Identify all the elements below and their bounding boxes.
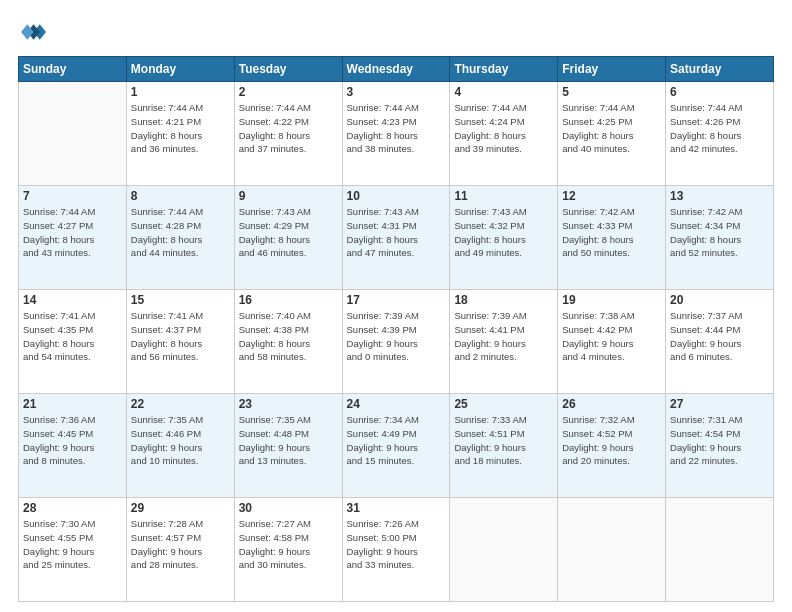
day-info: Sunrise: 7:39 AMSunset: 4:39 PMDaylight:… xyxy=(347,309,446,364)
day-number: 4 xyxy=(454,85,553,99)
calendar-week-row: 14Sunrise: 7:41 AMSunset: 4:35 PMDayligh… xyxy=(19,290,774,394)
day-info: Sunrise: 7:38 AMSunset: 4:42 PMDaylight:… xyxy=(562,309,661,364)
calendar-cell: 9Sunrise: 7:43 AMSunset: 4:29 PMDaylight… xyxy=(234,186,342,290)
page: SundayMondayTuesdayWednesdayThursdayFrid… xyxy=(0,0,792,612)
logo-icon xyxy=(18,18,46,46)
day-number: 22 xyxy=(131,397,230,411)
day-info: Sunrise: 7:43 AMSunset: 4:32 PMDaylight:… xyxy=(454,205,553,260)
day-number: 10 xyxy=(347,189,446,203)
calendar-cell: 15Sunrise: 7:41 AMSunset: 4:37 PMDayligh… xyxy=(126,290,234,394)
calendar-cell: 7Sunrise: 7:44 AMSunset: 4:27 PMDaylight… xyxy=(19,186,127,290)
calendar-table: SundayMondayTuesdayWednesdayThursdayFrid… xyxy=(18,56,774,602)
day-number: 24 xyxy=(347,397,446,411)
calendar-cell xyxy=(19,82,127,186)
calendar-cell: 12Sunrise: 7:42 AMSunset: 4:33 PMDayligh… xyxy=(558,186,666,290)
day-number: 5 xyxy=(562,85,661,99)
calendar-cell: 27Sunrise: 7:31 AMSunset: 4:54 PMDayligh… xyxy=(666,394,774,498)
calendar-cell: 21Sunrise: 7:36 AMSunset: 4:45 PMDayligh… xyxy=(19,394,127,498)
calendar-cell: 24Sunrise: 7:34 AMSunset: 4:49 PMDayligh… xyxy=(342,394,450,498)
day-info: Sunrise: 7:44 AMSunset: 4:21 PMDaylight:… xyxy=(131,101,230,156)
logo xyxy=(18,18,50,46)
calendar-cell: 17Sunrise: 7:39 AMSunset: 4:39 PMDayligh… xyxy=(342,290,450,394)
day-number: 7 xyxy=(23,189,122,203)
calendar-week-row: 28Sunrise: 7:30 AMSunset: 4:55 PMDayligh… xyxy=(19,498,774,602)
day-info: Sunrise: 7:36 AMSunset: 4:45 PMDaylight:… xyxy=(23,413,122,468)
day-info: Sunrise: 7:44 AMSunset: 4:28 PMDaylight:… xyxy=(131,205,230,260)
day-info: Sunrise: 7:41 AMSunset: 4:35 PMDaylight:… xyxy=(23,309,122,364)
day-info: Sunrise: 7:35 AMSunset: 4:46 PMDaylight:… xyxy=(131,413,230,468)
day-number: 20 xyxy=(670,293,769,307)
day-info: Sunrise: 7:43 AMSunset: 4:29 PMDaylight:… xyxy=(239,205,338,260)
calendar-cell: 14Sunrise: 7:41 AMSunset: 4:35 PMDayligh… xyxy=(19,290,127,394)
day-info: Sunrise: 7:44 AMSunset: 4:24 PMDaylight:… xyxy=(454,101,553,156)
calendar-cell: 26Sunrise: 7:32 AMSunset: 4:52 PMDayligh… xyxy=(558,394,666,498)
day-number: 26 xyxy=(562,397,661,411)
day-number: 21 xyxy=(23,397,122,411)
calendar-header-saturday: Saturday xyxy=(666,57,774,82)
calendar-cell: 10Sunrise: 7:43 AMSunset: 4:31 PMDayligh… xyxy=(342,186,450,290)
day-number: 18 xyxy=(454,293,553,307)
calendar-week-row: 1Sunrise: 7:44 AMSunset: 4:21 PMDaylight… xyxy=(19,82,774,186)
calendar-cell: 3Sunrise: 7:44 AMSunset: 4:23 PMDaylight… xyxy=(342,82,450,186)
calendar-header-tuesday: Tuesday xyxy=(234,57,342,82)
day-info: Sunrise: 7:44 AMSunset: 4:23 PMDaylight:… xyxy=(347,101,446,156)
day-info: Sunrise: 7:34 AMSunset: 4:49 PMDaylight:… xyxy=(347,413,446,468)
day-number: 11 xyxy=(454,189,553,203)
day-number: 29 xyxy=(131,501,230,515)
day-number: 3 xyxy=(347,85,446,99)
header xyxy=(18,18,774,46)
day-number: 31 xyxy=(347,501,446,515)
calendar-cell: 16Sunrise: 7:40 AMSunset: 4:38 PMDayligh… xyxy=(234,290,342,394)
day-number: 23 xyxy=(239,397,338,411)
calendar-header-row: SundayMondayTuesdayWednesdayThursdayFrid… xyxy=(19,57,774,82)
day-number: 28 xyxy=(23,501,122,515)
day-number: 1 xyxy=(131,85,230,99)
calendar-week-row: 21Sunrise: 7:36 AMSunset: 4:45 PMDayligh… xyxy=(19,394,774,498)
day-number: 27 xyxy=(670,397,769,411)
day-number: 13 xyxy=(670,189,769,203)
calendar-cell: 23Sunrise: 7:35 AMSunset: 4:48 PMDayligh… xyxy=(234,394,342,498)
calendar-header-sunday: Sunday xyxy=(19,57,127,82)
day-info: Sunrise: 7:26 AMSunset: 5:00 PMDaylight:… xyxy=(347,517,446,572)
day-info: Sunrise: 7:43 AMSunset: 4:31 PMDaylight:… xyxy=(347,205,446,260)
calendar-header-wednesday: Wednesday xyxy=(342,57,450,82)
day-info: Sunrise: 7:44 AMSunset: 4:27 PMDaylight:… xyxy=(23,205,122,260)
calendar-cell: 20Sunrise: 7:37 AMSunset: 4:44 PMDayligh… xyxy=(666,290,774,394)
calendar-cell: 28Sunrise: 7:30 AMSunset: 4:55 PMDayligh… xyxy=(19,498,127,602)
day-number: 19 xyxy=(562,293,661,307)
day-info: Sunrise: 7:42 AMSunset: 4:33 PMDaylight:… xyxy=(562,205,661,260)
day-number: 17 xyxy=(347,293,446,307)
calendar-cell xyxy=(666,498,774,602)
day-number: 30 xyxy=(239,501,338,515)
day-number: 25 xyxy=(454,397,553,411)
day-info: Sunrise: 7:44 AMSunset: 4:26 PMDaylight:… xyxy=(670,101,769,156)
day-info: Sunrise: 7:32 AMSunset: 4:52 PMDaylight:… xyxy=(562,413,661,468)
calendar-header-monday: Monday xyxy=(126,57,234,82)
day-number: 8 xyxy=(131,189,230,203)
calendar-cell: 5Sunrise: 7:44 AMSunset: 4:25 PMDaylight… xyxy=(558,82,666,186)
calendar-cell: 19Sunrise: 7:38 AMSunset: 4:42 PMDayligh… xyxy=(558,290,666,394)
calendar-cell: 25Sunrise: 7:33 AMSunset: 4:51 PMDayligh… xyxy=(450,394,558,498)
day-info: Sunrise: 7:31 AMSunset: 4:54 PMDaylight:… xyxy=(670,413,769,468)
day-number: 12 xyxy=(562,189,661,203)
calendar-cell: 18Sunrise: 7:39 AMSunset: 4:41 PMDayligh… xyxy=(450,290,558,394)
day-number: 2 xyxy=(239,85,338,99)
day-info: Sunrise: 7:33 AMSunset: 4:51 PMDaylight:… xyxy=(454,413,553,468)
day-number: 15 xyxy=(131,293,230,307)
calendar-cell: 30Sunrise: 7:27 AMSunset: 4:58 PMDayligh… xyxy=(234,498,342,602)
day-info: Sunrise: 7:40 AMSunset: 4:38 PMDaylight:… xyxy=(239,309,338,364)
calendar-cell: 1Sunrise: 7:44 AMSunset: 4:21 PMDaylight… xyxy=(126,82,234,186)
day-info: Sunrise: 7:44 AMSunset: 4:25 PMDaylight:… xyxy=(562,101,661,156)
calendar-cell: 29Sunrise: 7:28 AMSunset: 4:57 PMDayligh… xyxy=(126,498,234,602)
day-number: 14 xyxy=(23,293,122,307)
day-info: Sunrise: 7:30 AMSunset: 4:55 PMDaylight:… xyxy=(23,517,122,572)
calendar-cell: 31Sunrise: 7:26 AMSunset: 5:00 PMDayligh… xyxy=(342,498,450,602)
day-info: Sunrise: 7:27 AMSunset: 4:58 PMDaylight:… xyxy=(239,517,338,572)
calendar-cell: 2Sunrise: 7:44 AMSunset: 4:22 PMDaylight… xyxy=(234,82,342,186)
calendar-cell: 6Sunrise: 7:44 AMSunset: 4:26 PMDaylight… xyxy=(666,82,774,186)
calendar-cell xyxy=(450,498,558,602)
calendar-cell: 11Sunrise: 7:43 AMSunset: 4:32 PMDayligh… xyxy=(450,186,558,290)
day-info: Sunrise: 7:42 AMSunset: 4:34 PMDaylight:… xyxy=(670,205,769,260)
day-number: 16 xyxy=(239,293,338,307)
calendar-header-thursday: Thursday xyxy=(450,57,558,82)
